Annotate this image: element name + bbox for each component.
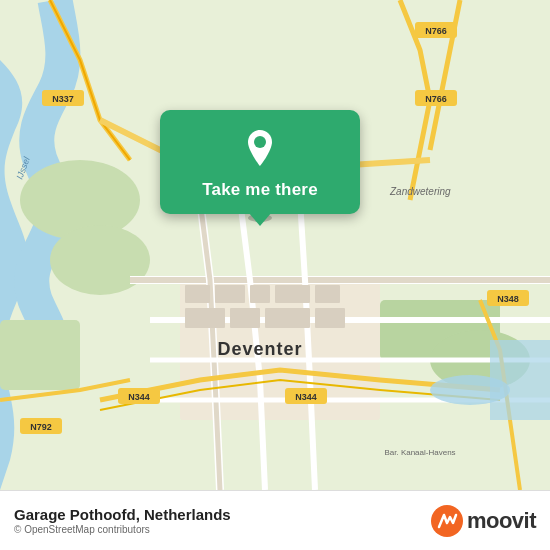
place-name: Garage Pothoofd, Netherlands	[14, 506, 231, 523]
svg-text:Bar. Kanaal-Havens: Bar. Kanaal-Havens	[384, 448, 455, 457]
footer: Garage Pothoofd, Netherlands © OpenStree…	[0, 490, 550, 550]
svg-rect-5	[0, 320, 80, 390]
svg-text:N344: N344	[128, 392, 150, 402]
svg-text:Zandwetering: Zandwetering	[389, 186, 451, 197]
svg-rect-26	[185, 285, 210, 303]
svg-point-36	[254, 136, 266, 148]
popup-card[interactable]: Take me there	[160, 110, 360, 214]
map-container: N337 N766 N766 N344 N344 N792 N348 Zandw…	[0, 0, 550, 490]
svg-text:Deventer: Deventer	[217, 339, 302, 359]
location-pin-icon	[238, 126, 282, 170]
svg-text:N766: N766	[425, 26, 447, 36]
svg-text:N344: N344	[295, 392, 317, 402]
svg-text:N792: N792	[30, 422, 52, 432]
svg-rect-30	[315, 285, 340, 303]
svg-rect-29	[275, 285, 310, 303]
svg-rect-28	[250, 285, 270, 303]
moovit-logo: moovit	[431, 505, 536, 537]
osm-credit: © OpenStreetMap contributors	[14, 524, 231, 535]
svg-rect-34	[315, 308, 345, 328]
svg-rect-33	[265, 308, 310, 328]
svg-text:N337: N337	[52, 94, 74, 104]
svg-point-2	[50, 225, 150, 295]
moovit-brand-icon	[431, 505, 463, 537]
svg-text:N766: N766	[425, 94, 447, 104]
footer-info: Garage Pothoofd, Netherlands © OpenStree…	[14, 506, 231, 535]
svg-point-7	[430, 375, 510, 405]
take-me-there-button[interactable]: Take me there	[202, 180, 318, 200]
svg-rect-32	[230, 308, 260, 328]
svg-rect-27	[215, 285, 245, 303]
svg-rect-31	[185, 308, 225, 328]
moovit-brand-text: moovit	[467, 508, 536, 534]
svg-text:N348: N348	[497, 294, 519, 304]
